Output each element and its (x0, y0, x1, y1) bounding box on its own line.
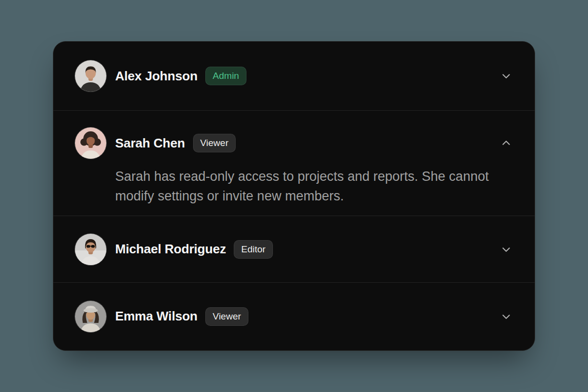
role-badge: Viewer (205, 307, 248, 326)
member-name: Alex Johnson (115, 69, 197, 84)
chevron-up-icon[interactable] (499, 136, 513, 150)
chevron-down-icon[interactable] (499, 69, 513, 83)
member-name: Emma Wilson (115, 309, 197, 324)
member-name: Sarah Chen (115, 136, 185, 151)
page-background: { "theme": { "page_background": "#4e646b… (0, 0, 588, 392)
avatar (75, 234, 106, 265)
role-badge: Editor (234, 240, 273, 259)
chevron-down-icon[interactable] (499, 310, 513, 323)
avatar-illustration (75, 127, 106, 159)
avatar (75, 301, 106, 332)
avatar-illustration (75, 301, 106, 332)
member-row-header[interactable]: Emma Wilson Viewer (53, 282, 535, 350)
member-row-header[interactable]: Michael Rodriguez Editor (53, 216, 535, 282)
avatar (75, 60, 106, 92)
member-row: Sarah Chen Viewer (75, 127, 513, 159)
members-card: Alex Johnson Admin (53, 41, 535, 351)
member-description: Sarah has read-only access to projects a… (115, 167, 497, 206)
avatar (75, 127, 106, 159)
avatar-illustration (75, 60, 106, 92)
role-badge: Admin (205, 67, 246, 85)
member-row-header[interactable]: Alex Johnson Admin (53, 42, 535, 110)
member-name: Michael Rodriguez (115, 242, 226, 257)
chevron-down-icon[interactable] (499, 243, 513, 256)
role-badge: Viewer (193, 134, 236, 152)
avatar-illustration (75, 234, 106, 265)
member-row-header[interactable]: Sarah Chen Viewer Sarah has read-only ac… (53, 110, 535, 216)
